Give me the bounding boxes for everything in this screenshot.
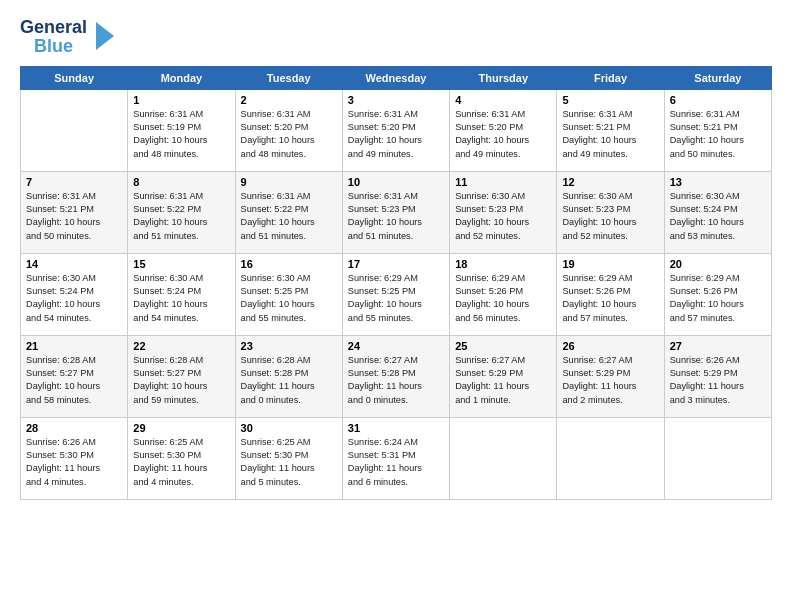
week-row-1: 1Sunrise: 6:31 AMSunset: 5:19 PMDaylight… (21, 89, 772, 171)
day-number: 19 (562, 258, 658, 270)
week-row-4: 21Sunrise: 6:28 AMSunset: 5:27 PMDayligh… (21, 335, 772, 417)
day-info: Sunrise: 6:31 AMSunset: 5:22 PMDaylight:… (133, 190, 229, 243)
day-number: 17 (348, 258, 444, 270)
day-info: Sunrise: 6:31 AMSunset: 5:19 PMDaylight:… (133, 108, 229, 161)
day-number: 18 (455, 258, 551, 270)
calendar-cell: 9Sunrise: 6:31 AMSunset: 5:22 PMDaylight… (235, 171, 342, 253)
header-thursday: Thursday (450, 66, 557, 89)
day-number: 25 (455, 340, 551, 352)
calendar-cell: 7Sunrise: 6:31 AMSunset: 5:21 PMDaylight… (21, 171, 128, 253)
calendar-cell: 3Sunrise: 6:31 AMSunset: 5:20 PMDaylight… (342, 89, 449, 171)
calendar-body: 1Sunrise: 6:31 AMSunset: 5:19 PMDaylight… (21, 89, 772, 499)
day-info: Sunrise: 6:26 AMSunset: 5:29 PMDaylight:… (670, 354, 766, 407)
calendar-cell: 30Sunrise: 6:25 AMSunset: 5:30 PMDayligh… (235, 417, 342, 499)
calendar-cell: 13Sunrise: 6:30 AMSunset: 5:24 PMDayligh… (664, 171, 771, 253)
calendar-cell: 1Sunrise: 6:31 AMSunset: 5:19 PMDaylight… (128, 89, 235, 171)
page: General Blue SundayMondayTuesdayWednesda… (0, 0, 792, 612)
day-number: 15 (133, 258, 229, 270)
day-number: 6 (670, 94, 766, 106)
calendar-cell: 31Sunrise: 6:24 AMSunset: 5:31 PMDayligh… (342, 417, 449, 499)
calendar-cell: 4Sunrise: 6:31 AMSunset: 5:20 PMDaylight… (450, 89, 557, 171)
day-number: 21 (26, 340, 122, 352)
day-info: Sunrise: 6:30 AMSunset: 5:25 PMDaylight:… (241, 272, 337, 325)
calendar-cell: 26Sunrise: 6:27 AMSunset: 5:29 PMDayligh… (557, 335, 664, 417)
day-info: Sunrise: 6:25 AMSunset: 5:30 PMDaylight:… (241, 436, 337, 489)
day-info: Sunrise: 6:29 AMSunset: 5:26 PMDaylight:… (670, 272, 766, 325)
calendar-cell: 23Sunrise: 6:28 AMSunset: 5:28 PMDayligh… (235, 335, 342, 417)
day-number: 20 (670, 258, 766, 270)
day-info: Sunrise: 6:29 AMSunset: 5:25 PMDaylight:… (348, 272, 444, 325)
day-info: Sunrise: 6:30 AMSunset: 5:24 PMDaylight:… (133, 272, 229, 325)
header-saturday: Saturday (664, 66, 771, 89)
day-number: 7 (26, 176, 122, 188)
day-number: 3 (348, 94, 444, 106)
day-number: 31 (348, 422, 444, 434)
day-number: 24 (348, 340, 444, 352)
logo-general: General (20, 18, 87, 37)
day-number: 8 (133, 176, 229, 188)
day-number: 14 (26, 258, 122, 270)
day-info: Sunrise: 6:27 AMSunset: 5:28 PMDaylight:… (348, 354, 444, 407)
calendar-cell (664, 417, 771, 499)
day-info: Sunrise: 6:31 AMSunset: 5:21 PMDaylight:… (562, 108, 658, 161)
calendar-cell: 19Sunrise: 6:29 AMSunset: 5:26 PMDayligh… (557, 253, 664, 335)
day-number: 10 (348, 176, 444, 188)
day-info: Sunrise: 6:30 AMSunset: 5:23 PMDaylight:… (562, 190, 658, 243)
header-friday: Friday (557, 66, 664, 89)
calendar-cell: 14Sunrise: 6:30 AMSunset: 5:24 PMDayligh… (21, 253, 128, 335)
header-row: SundayMondayTuesdayWednesdayThursdayFrid… (21, 66, 772, 89)
day-number: 29 (133, 422, 229, 434)
day-info: Sunrise: 6:25 AMSunset: 5:30 PMDaylight:… (133, 436, 229, 489)
calendar-cell: 21Sunrise: 6:28 AMSunset: 5:27 PMDayligh… (21, 335, 128, 417)
day-number: 13 (670, 176, 766, 188)
day-info: Sunrise: 6:31 AMSunset: 5:20 PMDaylight:… (348, 108, 444, 161)
day-info: Sunrise: 6:24 AMSunset: 5:31 PMDaylight:… (348, 436, 444, 489)
week-row-2: 7Sunrise: 6:31 AMSunset: 5:21 PMDaylight… (21, 171, 772, 253)
day-number: 12 (562, 176, 658, 188)
day-info: Sunrise: 6:27 AMSunset: 5:29 PMDaylight:… (562, 354, 658, 407)
calendar-cell: 12Sunrise: 6:30 AMSunset: 5:23 PMDayligh… (557, 171, 664, 253)
day-number: 2 (241, 94, 337, 106)
calendar-table: SundayMondayTuesdayWednesdayThursdayFrid… (20, 66, 772, 500)
logo-icon (92, 22, 114, 50)
calendar-cell: 25Sunrise: 6:27 AMSunset: 5:29 PMDayligh… (450, 335, 557, 417)
calendar-cell: 5Sunrise: 6:31 AMSunset: 5:21 PMDaylight… (557, 89, 664, 171)
day-number: 5 (562, 94, 658, 106)
day-info: Sunrise: 6:27 AMSunset: 5:29 PMDaylight:… (455, 354, 551, 407)
calendar-cell: 15Sunrise: 6:30 AMSunset: 5:24 PMDayligh… (128, 253, 235, 335)
day-info: Sunrise: 6:28 AMSunset: 5:27 PMDaylight:… (26, 354, 122, 407)
calendar-cell: 22Sunrise: 6:28 AMSunset: 5:27 PMDayligh… (128, 335, 235, 417)
day-info: Sunrise: 6:28 AMSunset: 5:28 PMDaylight:… (241, 354, 337, 407)
logo-blue: Blue (34, 37, 73, 56)
calendar-cell (21, 89, 128, 171)
day-info: Sunrise: 6:31 AMSunset: 5:21 PMDaylight:… (670, 108, 766, 161)
day-info: Sunrise: 6:30 AMSunset: 5:23 PMDaylight:… (455, 190, 551, 243)
week-row-3: 14Sunrise: 6:30 AMSunset: 5:24 PMDayligh… (21, 253, 772, 335)
header-tuesday: Tuesday (235, 66, 342, 89)
day-info: Sunrise: 6:31 AMSunset: 5:20 PMDaylight:… (241, 108, 337, 161)
svg-marker-0 (96, 22, 114, 50)
calendar-cell: 17Sunrise: 6:29 AMSunset: 5:25 PMDayligh… (342, 253, 449, 335)
day-info: Sunrise: 6:30 AMSunset: 5:24 PMDaylight:… (26, 272, 122, 325)
calendar-cell: 11Sunrise: 6:30 AMSunset: 5:23 PMDayligh… (450, 171, 557, 253)
day-info: Sunrise: 6:31 AMSunset: 5:22 PMDaylight:… (241, 190, 337, 243)
header-monday: Monday (128, 66, 235, 89)
calendar-cell: 20Sunrise: 6:29 AMSunset: 5:26 PMDayligh… (664, 253, 771, 335)
day-info: Sunrise: 6:30 AMSunset: 5:24 PMDaylight:… (670, 190, 766, 243)
day-info: Sunrise: 6:29 AMSunset: 5:26 PMDaylight:… (455, 272, 551, 325)
day-number: 4 (455, 94, 551, 106)
calendar-cell: 29Sunrise: 6:25 AMSunset: 5:30 PMDayligh… (128, 417, 235, 499)
calendar-header: SundayMondayTuesdayWednesdayThursdayFrid… (21, 66, 772, 89)
day-info: Sunrise: 6:31 AMSunset: 5:20 PMDaylight:… (455, 108, 551, 161)
calendar-cell: 8Sunrise: 6:31 AMSunset: 5:22 PMDaylight… (128, 171, 235, 253)
day-info: Sunrise: 6:29 AMSunset: 5:26 PMDaylight:… (562, 272, 658, 325)
day-number: 23 (241, 340, 337, 352)
day-number: 9 (241, 176, 337, 188)
calendar-cell (557, 417, 664, 499)
day-number: 27 (670, 340, 766, 352)
calendar-cell: 24Sunrise: 6:27 AMSunset: 5:28 PMDayligh… (342, 335, 449, 417)
day-number: 16 (241, 258, 337, 270)
day-info: Sunrise: 6:31 AMSunset: 5:23 PMDaylight:… (348, 190, 444, 243)
day-number: 28 (26, 422, 122, 434)
day-info: Sunrise: 6:28 AMSunset: 5:27 PMDaylight:… (133, 354, 229, 407)
